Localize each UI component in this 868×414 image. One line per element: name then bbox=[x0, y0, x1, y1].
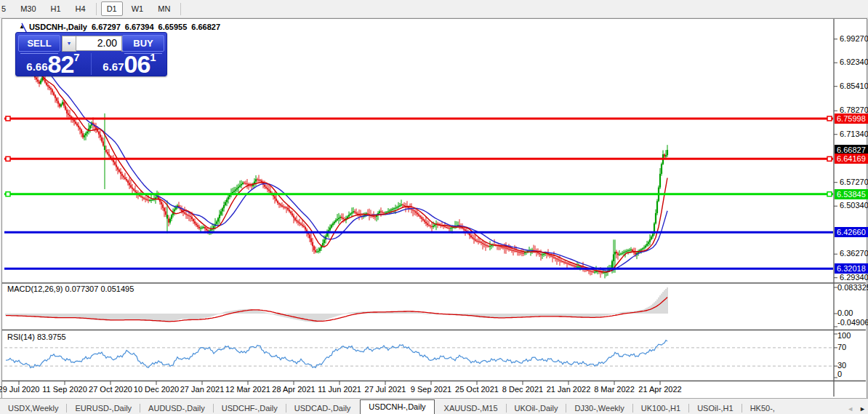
price-axis-label: 6.36270 bbox=[840, 249, 868, 258]
toolbar-separator bbox=[96, 3, 97, 15]
rsi-panel[interactable] bbox=[4, 341, 833, 368]
buy-price-big: 06 bbox=[124, 54, 150, 74]
ohlc-low: 6.65955 bbox=[158, 23, 188, 31]
tab-audusd-daily[interactable]: AUDUSD-,Daily bbox=[140, 402, 213, 414]
rsi-label: RSI(14) 83.9755 bbox=[7, 333, 66, 341]
macd-axis-label: -0.049068 bbox=[837, 318, 868, 327]
sell-price-sup: 7 bbox=[73, 51, 79, 63]
sell-price-small: 6.66 bbox=[26, 60, 47, 73]
quote-divider bbox=[91, 53, 92, 75]
tab-ukoil-daily[interactable]: UKOil-,Daily bbox=[507, 402, 566, 414]
sell-button[interactable]: SELL bbox=[18, 35, 60, 52]
date-axis-label: 21 Jan 2022 bbox=[547, 385, 591, 394]
sell-price[interactable]: 6.66 82 7 bbox=[16, 53, 90, 75]
price-badge: 6.42660 bbox=[835, 227, 868, 237]
tab-uk100-h1[interactable]: UK100-,H1 bbox=[633, 402, 688, 414]
trading-terminal: 5M30H1H4D1W1MN ▲ USDCNH-,Daily 6.67297 6… bbox=[0, 0, 868, 414]
quote-panel: SELL ▼ 2.00 ▲ BUY 6.66 82 7 6.67 06 1 bbox=[15, 32, 167, 76]
date-axis-label: 27 Oct 2020 bbox=[89, 385, 132, 394]
tab-eurusd-daily[interactable]: EURUSD-,Daily bbox=[67, 402, 140, 414]
hline-handle-icon[interactable] bbox=[6, 192, 10, 196]
date-axis-label: 11 Sep 2020 bbox=[42, 385, 87, 394]
price-axis-label: 6.57270 bbox=[840, 178, 868, 186]
timeframe-button-h1[interactable]: H1 bbox=[45, 1, 67, 16]
tab-usdcad-daily[interactable]: USDCAD-,Daily bbox=[286, 402, 359, 414]
date-axis-label: 28 Apr 2021 bbox=[272, 385, 315, 394]
date-axis-label: 11 Jun 2021 bbox=[318, 385, 361, 394]
tab-dj30-weekly[interactable]: DJ30-,Weekly bbox=[566, 402, 632, 414]
hline-handle-icon[interactable] bbox=[827, 156, 832, 161]
tab-scroll-right-icon[interactable]: ► bbox=[859, 405, 866, 413]
rsi-axis-label: 0 bbox=[837, 370, 842, 378]
price-axis-label: 6.92340 bbox=[840, 57, 868, 66]
price-axis-label: 6.71340 bbox=[840, 130, 868, 138]
date-axis-label: 9 Sep 2021 bbox=[411, 385, 451, 394]
ohlc-close: 6.66827 bbox=[191, 23, 220, 31]
price-axis-label: 6.85410 bbox=[840, 81, 868, 90]
date-axis-label: 21 Apr 2022 bbox=[638, 385, 681, 394]
price-badge: 6.32018 bbox=[835, 263, 868, 274]
chart-header: ▲ USDCNH-,Daily 6.67297 6.67394 6.65955 … bbox=[19, 23, 220, 31]
hline-handle-icon[interactable] bbox=[827, 116, 832, 121]
buy-price-sup: 1 bbox=[150, 51, 156, 63]
date-axis-label: 10 Dec 2020 bbox=[134, 385, 179, 394]
timeframe-toolbar: 5M30H1H4D1W1MN bbox=[0, 0, 868, 18]
buy-price[interactable]: 6.67 06 1 bbox=[92, 53, 166, 75]
price-badge: 6.53845 bbox=[835, 189, 868, 199]
sell-price-big: 82 bbox=[48, 54, 74, 74]
tab-usdchf-daily[interactable]: USDCHF-,Daily bbox=[214, 402, 286, 414]
timeframe-button-mn[interactable]: MN bbox=[152, 1, 176, 16]
date-axis-label: 8 Mar 2022 bbox=[594, 385, 635, 394]
volume-down-button[interactable]: ▼ bbox=[62, 36, 76, 52]
tab-usdx-weekly[interactable]: USDX,Weekly bbox=[0, 402, 66, 414]
timeframe-button-d1[interactable]: D1 bbox=[101, 1, 123, 16]
ohlc-open: 6.67297 bbox=[92, 23, 121, 31]
date-axis-label: 27 Jul 2021 bbox=[365, 385, 406, 394]
price-axis-label: 6.29340 bbox=[840, 273, 868, 282]
toolbar-separator bbox=[180, 3, 181, 15]
price-badge: 6.75998 bbox=[835, 114, 868, 124]
timeframe-button-m30[interactable]: M30 bbox=[15, 1, 41, 16]
hline-handle-icon[interactable] bbox=[6, 156, 10, 161]
tab-xauusd-m15[interactable]: XAUUSD-,M15 bbox=[436, 402, 506, 414]
ohlc-high: 6.67394 bbox=[125, 23, 154, 31]
price-axis-label: 6.50340 bbox=[840, 201, 868, 210]
hline-handle-icon[interactable] bbox=[6, 116, 10, 121]
date-axis-label: 12 Mar 2021 bbox=[225, 385, 270, 394]
collapse-triangle-icon[interactable]: ▲ bbox=[19, 24, 25, 30]
rsi-axis-label: 70 bbox=[837, 343, 846, 351]
tab-usoil-h1[interactable]: USOil-,H1 bbox=[689, 402, 742, 414]
rsi-line bbox=[6, 341, 667, 368]
date-axis-label: 29 Jul 2020 bbox=[0, 385, 39, 394]
rsi-axis-label: 30 bbox=[837, 361, 846, 370]
quote-prices: 6.66 82 7 6.67 06 1 bbox=[16, 53, 166, 75]
tab-scroll-left-icon[interactable]: ◄ bbox=[847, 405, 853, 413]
tab-hk50-[interactable]: HK50-, bbox=[742, 402, 783, 414]
macd-axis-label: 0.00 bbox=[837, 308, 853, 317]
timeframe-button-h4[interactable]: H4 bbox=[70, 1, 92, 16]
macd-label: MACD(12,26,9) 0.077307 0.051495 bbox=[7, 284, 134, 293]
timeframe-button-w1[interactable]: W1 bbox=[126, 1, 150, 16]
symbol-tabbar: USDX,WeeklyEURUSD-,DailyAUDUSD-,DailyUSD… bbox=[0, 398, 868, 414]
macd-axis-label: 0.083325 bbox=[837, 283, 868, 292]
timeframe-button-5[interactable]: 5 bbox=[0, 1, 12, 16]
buy-button[interactable]: BUY bbox=[122, 35, 164, 52]
price-axis-label: 6.99270 bbox=[840, 34, 868, 43]
price-badge: 6.64169 bbox=[835, 154, 868, 164]
volume-input[interactable]: 2.00 bbox=[76, 36, 121, 51]
buy-price-small: 6.67 bbox=[103, 60, 124, 73]
rsi-axis-label: 100 bbox=[837, 331, 851, 340]
date-axis-label: 8 Dec 2021 bbox=[502, 385, 543, 394]
chart-title: USDCNH-,Daily bbox=[29, 23, 87, 31]
date-axis-label: 27 Jan 2021 bbox=[180, 385, 225, 394]
tab-scroll-arrows: ◄► bbox=[847, 405, 866, 413]
hline-handle-icon[interactable] bbox=[827, 192, 832, 196]
date-axis-label: 25 Oct 2021 bbox=[455, 385, 499, 394]
tab-usdcnh-daily[interactable]: USDCNH-,Daily bbox=[360, 399, 434, 414]
